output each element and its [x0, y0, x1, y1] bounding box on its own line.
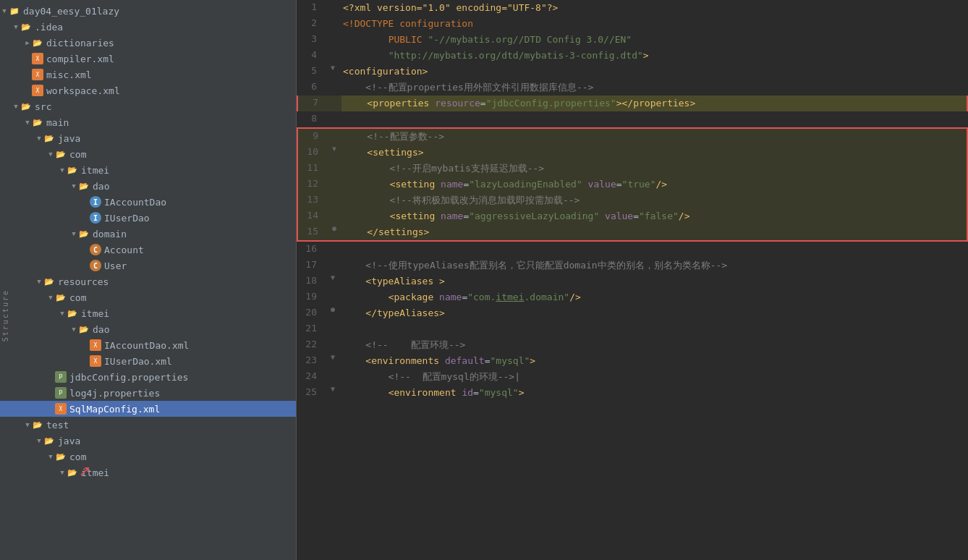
tree-label-IUserDaoXml: IUserDao.xml [104, 356, 290, 367]
tree-item-IAccountDao[interactable]: I IAccountDao [0, 194, 296, 210]
tree-item-resources[interactable]: ▼ 📂 resources [0, 273, 296, 289]
line-num-9: 9 [298, 129, 327, 141]
code-editor-panel[interactable]: 1<?xml version="1.0" encoding="UTF-8"?>2… [297, 0, 968, 560]
folder-icon-java2: 📂 [43, 435, 55, 446]
gutter-10[interactable]: ▼ [327, 145, 341, 153]
xml-icon-IUserDaoXml: X [90, 355, 101, 367]
fold-open-icon[interactable]: ▼ [331, 385, 335, 393]
tree-label-main: main [46, 117, 290, 128]
code-line-13: 13 <!--将积极加载改为消息加载即按需加载--> [297, 192, 968, 208]
tree-arrow-dictionaries[interactable]: ▶ [23, 39, 32, 46]
line-num-5: 5 [297, 64, 326, 76]
tree-label-idea: .idea [35, 22, 290, 33]
tree-item-SqlMapConfig[interactable]: X SqlMapConfig.xml [0, 401, 296, 417]
line-content-17: <!--使用typeAliases配置别名，它只能配置domain中类的别名，别… [340, 258, 968, 273]
code-line-17: 17 <!--使用typeAliases配置别名，它只能配置domain中类的别… [297, 258, 968, 273]
tree-item-Account[interactable]: C Account [0, 242, 296, 258]
gutter-18[interactable]: ▼ [326, 273, 340, 281]
line-content-4: "http://mybatis.org/dtd/mybatis-3-config… [340, 48, 968, 64]
tree-arrow-domain[interactable]: ▼ [69, 230, 78, 237]
line-content-8 [340, 111, 968, 127]
tree-item-dao2[interactable]: ▼ 📂 dao [0, 321, 296, 337]
fold-open-icon[interactable]: ▼ [331, 273, 335, 281]
code-line-2: 2<!DOCTYPE configuration [297, 16, 968, 32]
tree-arrow-main[interactable]: ▼ [23, 119, 32, 126]
gutter-5[interactable]: ▼ [326, 64, 340, 72]
line-num-7: 7 [298, 96, 327, 108]
tree-item-workspace[interactable]: X workspace.xml [0, 82, 296, 98]
tree-label-IAccountDao: IAccountDao [104, 197, 290, 208]
code-line-22: 22 <!-- 配置环境--> [297, 337, 968, 353]
folder-icon-dao: 📂 [78, 180, 90, 192]
tree-item-dao[interactable]: ▼ 📂 dao [0, 178, 296, 194]
tree-item-compiler[interactable]: X compiler.xml [0, 51, 296, 67]
tree-item-log4j[interactable]: P log4j.properties [0, 385, 296, 401]
tree-arrow-itmei[interactable]: ▼ [58, 166, 67, 174]
tree-arrow-itmei2[interactable]: ▼ [58, 310, 67, 317]
tree-item-dictionaries[interactable]: ▶ 📂 dictionaries [0, 35, 296, 51]
tree-item-com[interactable]: ▼ 📂 com [0, 146, 296, 162]
tree-arrow-itmei3[interactable]: ▼ [58, 469, 67, 476]
tree-label-jdbcConfig: jdbcConfig.properties [69, 372, 290, 383]
tree-item-idea[interactable]: ▼ 📂 .idea [0, 19, 296, 35]
line-num-10: 10 [298, 145, 327, 157]
tree-item-main[interactable]: ▼ 📂 main [0, 114, 296, 130]
tree-item-itmei2[interactable]: ▼ 📂 itmei [0, 305, 296, 321]
folder-icon-itmei3: 📂 [67, 467, 78, 478]
tree-item-User[interactable]: C User [0, 258, 296, 273]
xml-icon-workspace: X [32, 85, 43, 96]
gutter-15[interactable]: ● [327, 224, 341, 232]
tree-arrow-dao[interactable]: ▼ [69, 182, 78, 190]
tree-arrow-java[interactable]: ▼ [35, 135, 43, 142]
fold-close-icon[interactable]: ● [331, 305, 335, 313]
tree-label-workspace: workspace.xml [46, 85, 290, 96]
tree-arrow-root[interactable]: ▼ [0, 7, 9, 14]
tree-item-java2[interactable]: ▼ 📂 java [0, 433, 296, 449]
interface-icon-IAccountDao: I [90, 196, 101, 208]
tree-item-java[interactable]: ▼ 📂 java [0, 130, 296, 146]
tree-item-IUserDaoXml[interactable]: X IUserDao.xml [0, 353, 296, 369]
tree-label-IAccountDaoXml: IAccountDao.xml [104, 340, 290, 351]
fold-open-icon[interactable]: ▼ [331, 353, 335, 361]
tree-item-IAccountDaoXml[interactable]: X IAccountDao.xml [0, 337, 296, 353]
tree-item-IUserDao[interactable]: I IUserDao [0, 210, 296, 226]
gutter-23[interactable]: ▼ [326, 353, 340, 361]
gutter-20[interactable]: ● [326, 305, 340, 313]
tree-arrow-com[interactable]: ▼ [46, 150, 55, 158]
tree-item-com3[interactable]: ▼ 📂 com [0, 449, 296, 464]
fold-close-icon[interactable]: ● [332, 224, 336, 232]
tree-arrow-dao2[interactable]: ▼ [69, 326, 78, 333]
tree-arrow-resources[interactable]: ▼ [35, 278, 43, 285]
tree-item-misc[interactable]: X misc.xml [0, 67, 296, 82]
tree-item-src[interactable]: ▼ 📂 src [0, 98, 296, 114]
folder-icon-dao2: 📂 [78, 323, 90, 335]
tree-label-java2: java [58, 436, 290, 446]
tree-item-root[interactable]: ▼ 📁 day04_eesy_01lazy [0, 3, 296, 19]
tree-label-itmei: itmei [81, 165, 290, 176]
tree-arrow-idea[interactable]: ▼ [12, 23, 20, 30]
tree-item-test[interactable]: ▼ 📂 test [0, 417, 296, 433]
tree-item-domain[interactable]: ▼ 📂 domain [0, 226, 296, 242]
tree-item-com2[interactable]: ▼ 📂 com [0, 289, 296, 305]
line-num-1: 1 [297, 0, 326, 12]
tree-arrow-java2[interactable]: ▼ [35, 437, 43, 444]
tree-arrow-com2[interactable]: ▼ [46, 294, 55, 301]
line-num-20: 20 [297, 305, 326, 318]
tree-arrow-src[interactable]: ▼ [12, 103, 20, 110]
tree-item-jdbcConfig[interactable]: P jdbcConfig.properties [0, 369, 296, 385]
tree-label-itmei2: itmei [81, 308, 290, 319]
code-line-12: 12 <setting name="lazyLoadingEnabled" va… [297, 177, 968, 192]
tree-label-resources: resources [58, 276, 290, 287]
fold-open-icon[interactable]: ▼ [331, 64, 335, 72]
fold-open-icon[interactable]: ▼ [332, 145, 336, 153]
tree-arrow-com3[interactable]: ▼ [46, 453, 55, 460]
line-num-4: 4 [297, 48, 326, 60]
line-num-12: 12 [298, 177, 327, 189]
xml-icon-compiler: X [32, 53, 43, 64]
tree-item-itmei3[interactable]: ▼ 📂 itmei [0, 464, 296, 480]
code-line-18: 18▼ <typeAliases > [297, 273, 968, 289]
line-content-13: <!--将积极加载改为消息加载即按需加载--> [341, 192, 967, 208]
tree-item-itmei[interactable]: ▼ 📂 itmei [0, 162, 296, 178]
tree-arrow-test[interactable]: ▼ [23, 421, 32, 428]
gutter-25[interactable]: ▼ [326, 385, 340, 393]
